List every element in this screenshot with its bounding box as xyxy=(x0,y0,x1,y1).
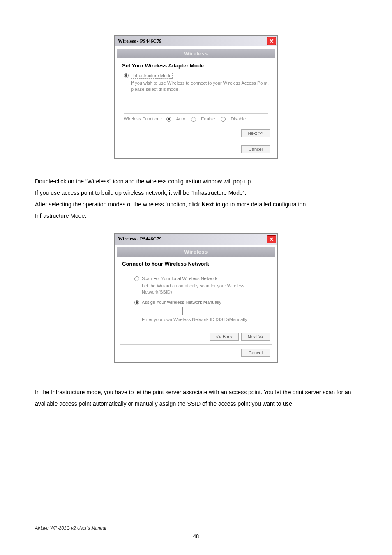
page-number: 48 xyxy=(0,533,392,539)
radio-label: Scan For Your local Wireless Network xyxy=(142,276,217,281)
radio-scan-desc: Let the Wizard automatically scan for yo… xyxy=(142,283,275,296)
para-line: Double-click on the “Wireless” icon and … xyxy=(35,176,357,187)
close-icon[interactable]: ✕ xyxy=(267,235,276,243)
radio-icon xyxy=(124,73,129,78)
button-row: Cancel xyxy=(117,346,275,359)
radio-infrastructure-desc: If you wish to use Wireless to connect t… xyxy=(131,80,275,93)
opt-enable: Enable xyxy=(201,116,215,121)
radio-manual-desc: Enter your own Wireless Network ID (SSID… xyxy=(142,317,275,323)
header-strip: Wireless xyxy=(117,49,275,58)
radio-icon xyxy=(134,300,139,305)
radio-icon[interactable] xyxy=(191,117,196,122)
radio-label: Assign Your Wireless Network Manually xyxy=(142,300,221,305)
next-button[interactable]: Next >> xyxy=(241,333,270,341)
body-paragraph-2: In the Infrastructure mode, you have to … xyxy=(35,386,357,409)
titlebar: Wireless - PS446C79 ✕ xyxy=(115,36,277,46)
radio-icon xyxy=(134,276,139,281)
para-line: Infrastructure Mode: xyxy=(35,210,357,222)
wireless-mode-dialog: Wireless - PS446C79 ✕ Wireless Set Your … xyxy=(114,35,278,159)
radio-scan[interactable]: Scan For Your local Wireless Network xyxy=(134,276,275,281)
radio-icon[interactable] xyxy=(166,117,171,122)
titlebar: Wireless - PS446C79 ✕ xyxy=(115,234,277,245)
text: to go to more detailed configuration. xyxy=(214,201,307,208)
opt-auto: Auto xyxy=(176,116,186,121)
radio-label: Infrastructure Mode xyxy=(131,73,173,79)
func-label: Wireless Function : xyxy=(124,116,162,121)
text: After selecting the operation modes of t… xyxy=(35,201,201,208)
divider xyxy=(120,141,272,141)
divider xyxy=(120,344,272,345)
opt-disable: Disable xyxy=(231,116,246,121)
divider xyxy=(124,113,268,114)
body-paragraph-1: Double-click on the “Wireless” icon and … xyxy=(35,176,357,222)
ssid-input[interactable] xyxy=(142,307,183,315)
wireless-function-row: Wireless Function : Auto Enable Disable xyxy=(124,116,275,122)
button-row: Next >> xyxy=(117,127,275,140)
cancel-button[interactable]: Cancel xyxy=(241,349,270,357)
wireless-connect-dialog: Wireless - PS446C79 ✕ Wireless Connect t… xyxy=(114,233,278,363)
dialog-body: Wireless Connect to Your Wireless Networ… xyxy=(115,245,277,362)
para-line: After selecting the operation modes of t… xyxy=(35,199,357,210)
footer-text: AirLive WP-201G v2 User’s Manual xyxy=(35,525,106,530)
button-row: Cancel xyxy=(117,143,275,156)
titlebar-text: Wireless - PS446C79 xyxy=(118,236,161,242)
para-line: If you use access point to build up wire… xyxy=(35,187,357,199)
dialog-body: Wireless Set Your Wireless Adapter Mode … xyxy=(115,46,277,158)
section-title: Set Your Wireless Adapter Mode xyxy=(122,62,275,69)
section-title: Connect to Your Wireless Network xyxy=(122,261,275,267)
button-row: << Back Next >> xyxy=(117,330,275,343)
next-button[interactable]: Next >> xyxy=(241,129,270,137)
titlebar-text: Wireless - PS446C79 xyxy=(118,38,161,44)
close-icon[interactable]: ✕ xyxy=(267,37,276,45)
radio-icon[interactable] xyxy=(221,117,226,122)
text-bold: Next xyxy=(201,201,214,208)
cancel-button[interactable]: Cancel xyxy=(241,145,270,153)
header-strip: Wireless xyxy=(117,247,275,257)
back-button[interactable]: << Back xyxy=(210,333,239,341)
radio-manual[interactable]: Assign Your Wireless Network Manually xyxy=(134,300,275,305)
radio-infrastructure[interactable]: Infrastructure Mode xyxy=(124,73,275,79)
